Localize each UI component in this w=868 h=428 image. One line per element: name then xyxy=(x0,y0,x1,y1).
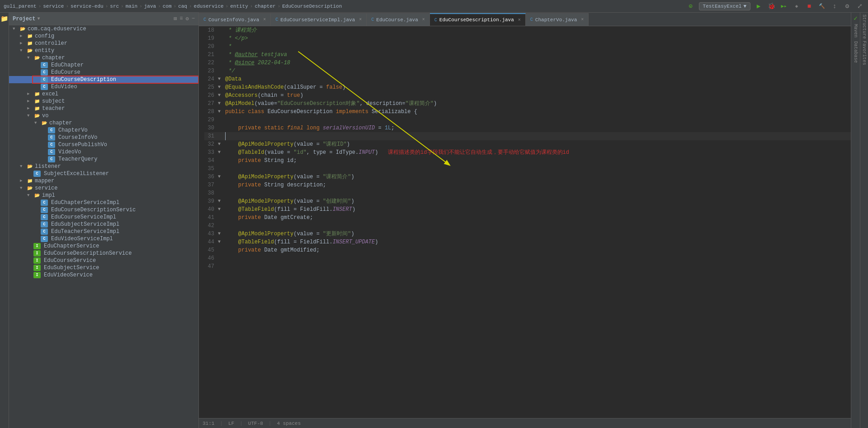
label-videovo: VideoVo xyxy=(58,149,81,155)
tree-chaptervo[interactable]: C ChapterVo xyxy=(9,127,198,134)
bc-guli[interactable]: guli_parent xyxy=(4,4,37,9)
code-content[interactable]: 18 * 课程简介 19 * </p> 20 * xyxy=(199,26,851,418)
bc-eduservice[interactable]: eduservice xyxy=(194,4,224,9)
maven-label[interactable]: Maven xyxy=(853,24,858,38)
tree-teacherquery[interactable]: C TeacherQuery xyxy=(9,156,198,163)
run-config-dropdown[interactable]: TestEasyExcel ▼ xyxy=(699,2,750,10)
tree-eduvideo[interactable]: C EduVideo xyxy=(9,83,198,90)
tree-subjectexcellistener[interactable]: C SubjectExcelListener xyxy=(9,170,198,177)
settings-icon[interactable]: ⚙ xyxy=(186,15,189,22)
status-separator2: | xyxy=(240,421,243,426)
restore-button[interactable]: ⤢ xyxy=(855,2,864,11)
tab-icon-educourse: C xyxy=(371,17,374,22)
tab-close-educourse[interactable]: × xyxy=(422,17,425,22)
profile-button[interactable]: ◈ xyxy=(792,2,801,11)
tab-close-chaptervo[interactable]: × xyxy=(581,17,584,22)
tree-educhapter[interactable]: C EduChapter xyxy=(9,62,198,69)
run-coverage-button[interactable]: ▶▸ xyxy=(779,2,788,11)
code-line-41: 41 private Date gmtCreate; xyxy=(204,214,851,222)
tab-chaptervo[interactable]: C ChapterVo.java × xyxy=(526,13,589,26)
tree-edusubjectservice[interactable]: I EduSubjectService xyxy=(9,264,198,271)
bc-chapter[interactable]: chapter xyxy=(255,4,275,9)
code-editor[interactable]: 18 * 课程简介 19 * </p> 20 * xyxy=(199,26,851,418)
tab-educoursedescription[interactable]: C EduCourseDescription.java × xyxy=(430,13,526,26)
stop-button[interactable]: ■ xyxy=(805,2,814,11)
code-line-27: 27 ▼ @ApiModel(value="EduCourseDescripti… xyxy=(204,100,851,108)
build-button[interactable]: 🔨 xyxy=(817,2,826,11)
tree-excel[interactable]: ► 📁 excel xyxy=(9,90,198,98)
tree-eduvideoservice[interactable]: I EduVideoService xyxy=(9,271,198,279)
tab-label-chaptervo: ChapterVo.java xyxy=(535,17,577,23)
tab-close-educourseserviceimpl[interactable]: × xyxy=(359,17,362,22)
tree-subject[interactable]: ► 📁 subject xyxy=(9,98,198,105)
java-icon-educhapterservice: I xyxy=(33,243,41,249)
tree-edusubjectserviceimpl[interactable]: C EduSubjectServiceImpl xyxy=(9,221,198,228)
tree-educhapterserviceimpl[interactable]: C EduChapterServiceImpl xyxy=(9,199,198,206)
tree-eduteacherserviceimpl[interactable]: C EduTeacherServiceImpl xyxy=(9,228,198,235)
tree-mapper[interactable]: ► 📁 mapper xyxy=(9,177,198,185)
bc-main[interactable]: main xyxy=(126,4,137,9)
label-educhapterserviceimpl: EduChapterServiceImpl xyxy=(51,200,119,206)
tree-educoursedescservice[interactable]: I EduCourseDescriptionService xyxy=(9,250,198,257)
tree-entity[interactable]: ▼ 📂 entity xyxy=(9,47,198,54)
project-sidebar-icon[interactable]: 📁 xyxy=(0,14,9,23)
arrow-excel: ► xyxy=(27,92,33,96)
tree-controller[interactable]: ► 📁 controller xyxy=(9,40,198,47)
label-entity: entity xyxy=(35,48,54,54)
tab-educourseserviceimpl[interactable]: C EduCourseServiceImpl.java × xyxy=(271,13,367,26)
bc-entity[interactable]: entity xyxy=(230,4,248,9)
settings-button[interactable]: ⚙ xyxy=(843,2,852,11)
structure-label[interactable]: Structure xyxy=(862,14,867,39)
bc-com[interactable]: com xyxy=(163,4,172,9)
tab-close-courseinfovo[interactable]: × xyxy=(263,17,266,22)
collapse-icon[interactable]: ≡ xyxy=(179,15,183,22)
debug-button[interactable]: 🐞 xyxy=(767,2,776,11)
tree-educoursedescservic[interactable]: C EduCourseDescriptionServic xyxy=(9,206,198,214)
git-button[interactable]: ↕ xyxy=(830,2,839,11)
tree-teacher[interactable]: ► 📁 teacher xyxy=(9,105,198,112)
tree-impl[interactable]: ▼ 📂 impl xyxy=(9,192,198,199)
tree-config[interactable]: ► 📁 config xyxy=(9,33,198,40)
bc-service-edu[interactable]: service-edu xyxy=(71,4,104,9)
arrow-impl: ▼ xyxy=(27,193,33,198)
database-label[interactable]: Database xyxy=(853,41,858,63)
code-line-46: 46 xyxy=(204,254,851,262)
tree-eduvideoserviceimpl[interactable]: C EduVideoServiceImpl xyxy=(9,235,198,243)
tab-courseinfovo[interactable]: C CourseInfoVo.java × xyxy=(199,13,271,26)
arrow-controller: ► xyxy=(20,41,26,46)
java-icon-videovo: C xyxy=(48,149,55,155)
close-panel-icon[interactable]: − xyxy=(192,15,195,22)
tree-com-root[interactable]: ▼ 📂 com.caq.eduservice xyxy=(9,25,198,33)
tab-close-educoursedescription[interactable]: × xyxy=(518,18,521,23)
tree-educourseservice[interactable]: I EduCourseService xyxy=(9,257,198,264)
tree-coursepublishvo[interactable]: C CoursePublishVo xyxy=(9,141,198,148)
folder-icon-excel: 📁 xyxy=(33,91,41,97)
tree-educourse[interactable]: C EduCourse xyxy=(9,69,198,76)
code-line-42: 42 xyxy=(204,222,851,230)
tree-vo-chapter[interactable]: ▼ 📂 chapter xyxy=(9,119,198,127)
tree-educoursedesc[interactable]: C EduCourseDescription xyxy=(9,76,198,83)
tree-educourseserviceimpl[interactable]: C EduCourseServiceImpl xyxy=(9,214,198,221)
bc-java[interactable]: java xyxy=(144,4,156,9)
run-button[interactable]: ▶ xyxy=(754,2,763,11)
label-educoursedescservice: EduCourseDescriptionService xyxy=(44,250,132,257)
tree-vo[interactable]: ▼ 📂 vo xyxy=(9,112,198,119)
bc-caq[interactable]: caq xyxy=(178,4,187,9)
tree-courseinfovo[interactable]: C CourseInfoVo xyxy=(9,134,198,141)
bc-service[interactable]: service xyxy=(43,4,64,9)
tree-educhapterservice[interactable]: I EduChapterService xyxy=(9,243,198,250)
tab-label-courseinfovo: CourseInfoVo.java xyxy=(208,17,259,23)
project-dropdown-arrow[interactable]: ▼ xyxy=(37,16,40,21)
scope-icon[interactable]: ⊞ xyxy=(174,15,177,22)
navigate-icon[interactable]: ⊙ xyxy=(686,2,695,11)
folder-icon-vo-chapter: 📂 xyxy=(41,120,48,126)
favorites-label[interactable]: Favorites xyxy=(862,41,867,65)
tree-service[interactable]: ▼ 📂 service xyxy=(9,185,198,192)
tree-chapter-folder[interactable]: ▼ 📂 chapter xyxy=(9,54,198,62)
tab-educourse[interactable]: C EduCourse.java × xyxy=(367,13,429,26)
tree-videovo[interactable]: C VideoVo xyxy=(9,148,198,156)
status-bar: 31:1 | LF | UTF-8 | 4 spaces xyxy=(199,418,851,428)
code-line-40: 40 ▼ @TableField(fill = FieldFill.INSERT… xyxy=(204,205,851,214)
tree-listener[interactable]: ▼ 📂 listener xyxy=(9,163,198,170)
bc-src[interactable]: src xyxy=(110,4,119,9)
